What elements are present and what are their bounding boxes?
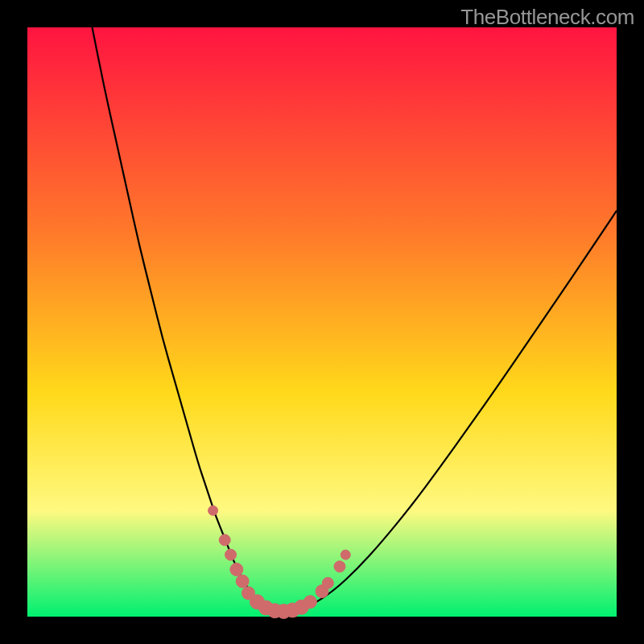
curve-marker (303, 596, 316, 609)
curve-marker (230, 563, 243, 576)
curve-marker (208, 506, 218, 515)
curve-marker (322, 577, 333, 588)
curve-marker (219, 535, 230, 546)
chart-container: TheBottleneck.com (0, 0, 644, 644)
curve-marker (225, 549, 237, 560)
curve-marker (334, 561, 345, 572)
plot-gradient-background (27, 27, 617, 617)
curve-marker (341, 550, 350, 559)
watermark-text: TheBottleneck.com (460, 5, 634, 30)
curve-marker (236, 575, 249, 588)
bottleneck-chart (0, 0, 644, 644)
